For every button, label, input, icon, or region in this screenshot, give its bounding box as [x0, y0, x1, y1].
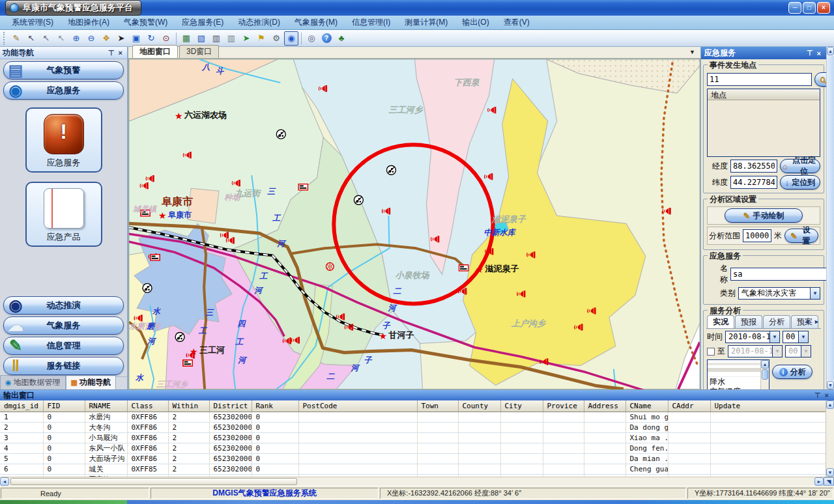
tab-scroll-arrows[interactable]: ◄ ►: [804, 318, 821, 325]
select-cursor-icon[interactable]: ↖: [24, 31, 38, 46]
chevron-down-icon[interactable]: ▼: [810, 288, 820, 299]
map-canvas[interactable]: ★六运湖农场三工河乡下西泉九运街阜康市★阜康市城关镇种场滋泥泉子中新水库小泉牧场…: [128, 59, 700, 390]
scroll-left-icon[interactable]: ◄: [0, 477, 9, 486]
table-row[interactable]: 20大冬沟0XFF8626523020000Da dong gou: [0, 422, 826, 432]
flag-marker[interactable]: [459, 265, 468, 271]
column-header-dmgis_id[interactable]: dmgis_id: [0, 400, 43, 412]
scroll-down-icon[interactable]: ▼: [827, 381, 834, 389]
menu-动态推演(D)[interactable]: 动态推演(D): [231, 16, 287, 29]
hour-to-select[interactable]: 00▼: [785, 345, 811, 357]
eye-visibility-icon[interactable]: ◎: [304, 31, 319, 46]
column-header-Within[interactable]: Within: [168, 400, 209, 412]
column-header-Class[interactable]: Class: [127, 400, 168, 412]
analyze-button[interactable]: i 分析: [772, 365, 812, 379]
pointer-arrow-icon[interactable]: ➤: [114, 31, 128, 46]
scroll-up-icon[interactable]: ▲: [827, 47, 834, 55]
menu-气象预警(W)[interactable]: 气象预警(W): [117, 16, 174, 29]
date-to-select[interactable]: 2010-08-13▼: [728, 345, 783, 357]
window-list-icon[interactable]: ▼: [689, 49, 695, 55]
globe-tool-icon[interactable]: ◉: [284, 31, 298, 46]
goto-location-button[interactable]: ↓ 定位到: [780, 175, 820, 189]
flag-marker[interactable]: [298, 184, 308, 190]
list-scrollbar[interactable]: ▲: [760, 360, 769, 389]
close-icon[interactable]: ×: [117, 49, 124, 57]
measure-icon[interactable]: ✎: [9, 31, 23, 46]
longitude-field[interactable]: [730, 160, 777, 173]
place-list[interactable]: 地点: [707, 89, 820, 157]
output-horizontal-scrollbar[interactable]: ◄ ► ◥: [0, 477, 834, 486]
select-feature-icon[interactable]: ➤: [239, 31, 253, 46]
farm-machine-marker[interactable]: [386, 165, 395, 175]
weather-element-list[interactable]: 降水空气温度 ▲: [707, 359, 769, 389]
close-icon[interactable]: ×: [815, 49, 823, 57]
farm-machine-marker[interactable]: [276, 130, 285, 139]
print-preview-icon[interactable]: ▥: [224, 31, 238, 46]
column-header-District[interactable]: District: [209, 400, 252, 412]
date-from-select[interactable]: 2010-08-13▼: [725, 331, 780, 343]
image-export-icon[interactable]: ▧: [194, 31, 208, 46]
flag-marker[interactable]: [183, 360, 192, 366]
restore-button[interactable]: □: [803, 2, 816, 14]
select-box-cursor-icon[interactable]: ↖: [39, 31, 53, 46]
pin-icon[interactable]: ⊤: [812, 391, 823, 400]
service-name-input[interactable]: [730, 268, 826, 281]
column-header-Provice[interactable]: Provice: [543, 400, 584, 412]
tab-地图数据管理[interactable]: 地图数据管理: [0, 375, 66, 389]
sidebar-item-动态推演[interactable]: 动态推演: [3, 296, 124, 315]
event-search-input[interactable]: [707, 73, 812, 86]
list-item[interactable]: 空气温度: [708, 387, 760, 389]
table-row[interactable]: 50大面场子沟0XFF8626523020000Da mian ...: [0, 453, 826, 464]
column-header-County[interactable]: County: [458, 400, 500, 412]
settings-gear-icon[interactable]: ⚙: [269, 31, 283, 46]
column-header-CAddr[interactable]: CAddr: [668, 400, 710, 412]
sidebar-item-应急服务[interactable]: 应急服务: [3, 81, 124, 100]
latitude-field[interactable]: [730, 176, 777, 189]
flag-marker[interactable]: [151, 255, 160, 260]
search-button[interactable]: 查找: [814, 72, 826, 87]
clear-select-cursor-icon[interactable]: ↖: [54, 31, 68, 46]
close-button[interactable]: ×: [817, 2, 830, 14]
click-locate-button[interactable]: ⌂ 点击定位: [780, 159, 820, 173]
tab-功能导航[interactable]: 功能导航: [66, 375, 116, 389]
tab-实况[interactable]: 实况: [707, 315, 734, 328]
farm-machine-marker[interactable]: [175, 332, 184, 341]
pin-icon[interactable]: ⊤: [805, 49, 815, 57]
table-row[interactable]: 60城关0XFF8526523020000Cheng guan: [0, 464, 826, 474]
column-header-City[interactable]: City: [500, 400, 543, 412]
column-header-Town[interactable]: Town: [417, 400, 458, 412]
table-row[interactable]: 30小马厩沟0XFF8626523020000Xiao ma ...: [0, 432, 826, 443]
column-header-PostCode[interactable]: PostCode: [298, 400, 417, 412]
scroll-up-icon[interactable]: ▲: [761, 360, 769, 369]
hour-from-select[interactable]: 00▼: [783, 331, 809, 343]
menu-测量计算(M)[interactable]: 测量计算(M): [398, 16, 454, 29]
menu-信息管理(I)[interactable]: 信息管理(I): [345, 16, 397, 29]
set-range-button[interactable]: ✎ 设置: [784, 229, 818, 243]
menu-查看(V)[interactable]: 查看(V): [497, 16, 536, 29]
menu-应急服务(E)[interactable]: 应急服务(E): [175, 16, 230, 29]
panel-splitter-icon[interactable]: ◥: [824, 477, 834, 486]
column-header-Update[interactable]: Update: [710, 400, 826, 412]
scroll-right-icon[interactable]: ►: [814, 477, 824, 486]
full-extent-icon[interactable]: ▣: [129, 31, 143, 46]
pan-hand-icon[interactable]: ❖: [99, 31, 113, 46]
sidebar-item-气象服务[interactable]: 气象服务: [3, 316, 124, 335]
column-header-RNAME[interactable]: RNAME: [85, 400, 127, 412]
close-icon[interactable]: ×: [823, 391, 831, 399]
sidebar-item-信息管理[interactable]: 信息管理: [3, 337, 124, 355]
column-header-FID[interactable]: FID: [43, 400, 85, 412]
identify-icon[interactable]: ⊙: [159, 31, 173, 46]
应急服务-button[interactable]: 应急服务: [25, 107, 102, 173]
column-header-Rank[interactable]: Rank: [252, 400, 298, 412]
map-export-icon[interactable]: ▦: [179, 31, 194, 46]
table-row[interactable]: 10水磨沟0XFF8626523020000Shui mo gou: [0, 412, 826, 422]
menu-系统管理(S)[interactable]: 系统管理(S): [5, 16, 60, 29]
sidebar-item-服务链接[interactable]: 服务链接: [3, 357, 124, 375]
scroll-thumb[interactable]: [762, 369, 768, 380]
tab-分析[interactable]: 分析: [763, 315, 790, 328]
应急产品-button[interactable]: 应急产品: [25, 182, 102, 247]
tab-3D窗口[interactable]: 3D窗口: [179, 45, 219, 58]
tab-预报[interactable]: 预报: [735, 315, 762, 328]
tab-地图窗口[interactable]: 地图窗口: [132, 45, 178, 58]
help-icon[interactable]: ?: [319, 31, 334, 46]
chevron-down-icon[interactable]: ▼: [798, 331, 808, 343]
